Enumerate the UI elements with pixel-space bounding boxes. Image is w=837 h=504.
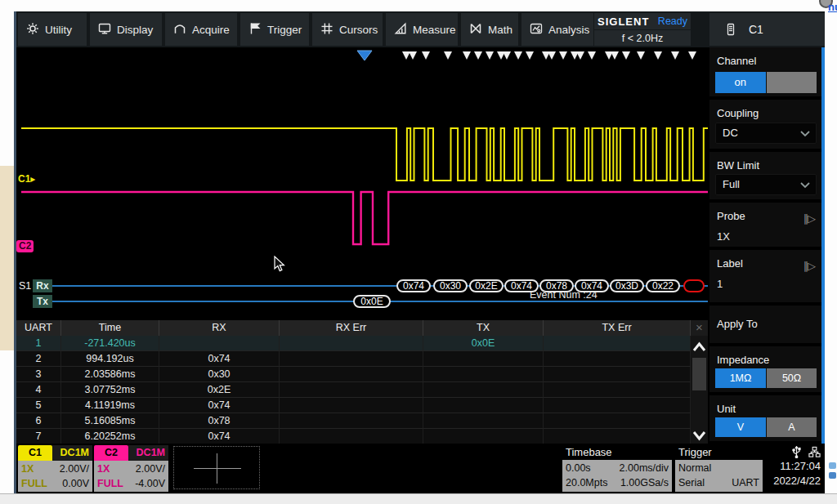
table-cell[interactable] [280, 367, 423, 382]
panel-scrollbar[interactable] [821, 47, 825, 444]
bw-setting: FULL [21, 476, 47, 491]
unit-a-button[interactable]: A [767, 417, 817, 437]
table-cell[interactable]: 3 [16, 367, 61, 382]
usb-icon [791, 446, 802, 458]
table-cell[interactable]: 3.07752ms [61, 382, 159, 398]
table-cell[interactable]: 2 [16, 351, 61, 367]
table-cell[interactable] [423, 351, 544, 367]
toggle-on-state[interactable]: on [715, 72, 766, 93]
event-marker-icon [409, 51, 417, 60]
channel-status-c1[interactable]: C1 DC1M 1X2.00V/ FULL0.00V [18, 445, 92, 492]
table-cell[interactable]: 6 [16, 413, 61, 429]
bw-limit-section: BW Limit Full [709, 152, 821, 201]
table-cell[interactable]: 0x0E [423, 336, 544, 351]
waveform-plot [16, 47, 708, 319]
table-cell[interactable] [544, 351, 691, 367]
unit-v-button[interactable]: V [715, 417, 766, 437]
table-cell[interactable]: 4.11919ms [61, 398, 159, 413]
event-marker-icon [422, 51, 430, 60]
menu-item-cursors[interactable]: Cursors [312, 13, 383, 46]
menu-item-analysis[interactable]: Analysis [521, 13, 593, 46]
apply-to-section[interactable]: Apply To [709, 306, 821, 345]
page-decoration [0, 166, 14, 350]
table-cell[interactable] [280, 336, 423, 351]
table-cell[interactable]: -271.420us [61, 336, 159, 351]
timebase-box[interactable]: Timebase 0.00s2.00ms/div 20.0Mpts1.00GSa… [562, 445, 672, 492]
table-cell[interactable]: 0x74 [159, 429, 280, 444]
table-cell[interactable]: 0x30 [159, 367, 280, 382]
table-cell[interactable]: 6.20252ms [61, 429, 159, 444]
panel-header[interactable]: C1 [709, 13, 825, 46]
table-cell[interactable] [544, 398, 691, 413]
impedance-1m-button[interactable]: 1MΩ [715, 368, 766, 388]
waveform-area[interactable]: C1▸ C2 S1 Rx Tx 0x740x300x2E0x740x780x74… [16, 47, 708, 319]
table-cell[interactable] [423, 413, 544, 429]
table-cell[interactable]: 994.192us [61, 351, 159, 367]
impedance-50-button[interactable]: 50Ω [767, 368, 817, 388]
channel-tab[interactable]: C1 [18, 445, 52, 461]
menu-item-trigger[interactable]: Trigger [240, 13, 309, 46]
page-link[interactable]: nu [828, 1, 837, 13]
event-marker-icon [486, 51, 494, 60]
table-cell[interactable]: 7 [16, 429, 61, 444]
table-cell[interactable] [423, 382, 544, 398]
menu-item-math[interactable]: Math [461, 13, 518, 46]
table-cell[interactable]: 1 [16, 336, 61, 351]
table-cell[interactable]: 0x74 [159, 398, 280, 413]
scroll-down-button[interactable] [691, 426, 708, 445]
menu-item-display[interactable]: Display [90, 13, 162, 46]
channel-status-c2[interactable]: C2 DC1M 1X2.00V/ FULL-4.00V [94, 445, 168, 492]
event-marker-icon [514, 51, 522, 60]
coupling-dropdown[interactable]: DC [715, 123, 817, 144]
probe-section[interactable]: Probe ∥▷ 1X [709, 203, 821, 248]
scroll-up-button[interactable] [691, 337, 708, 356]
table-cell[interactable] [159, 336, 280, 351]
table-cell[interactable]: 4 [16, 382, 61, 398]
table-cell[interactable] [544, 413, 691, 429]
unit-section: Unit V A [709, 395, 821, 443]
column-header: TX Err [544, 320, 691, 336]
c2-channel-marker[interactable]: C2 [16, 240, 34, 252]
table-cell[interactable] [280, 413, 423, 429]
coupling-section: Coupling DC [709, 100, 821, 150]
label-section[interactable]: Label ∥▷ 1 [709, 250, 821, 304]
table-cell[interactable] [544, 336, 691, 351]
trigger-box[interactable]: Trigger Normal SerialUART [675, 445, 763, 492]
menu-item-acquire[interactable]: Acquire [165, 13, 237, 46]
table-cell[interactable] [544, 367, 691, 382]
toggle-off-state[interactable] [767, 72, 817, 93]
channel-tab[interactable]: C2 [94, 445, 128, 461]
table-cell[interactable] [280, 351, 423, 367]
acquisition-status: Ready [658, 16, 687, 27]
trigger-mode: Normal [678, 461, 711, 475]
table-cell[interactable]: 0x74 [159, 351, 280, 367]
table-cell[interactable] [544, 382, 691, 398]
scrollbar-thumb[interactable] [692, 358, 706, 390]
table-cell[interactable] [280, 429, 423, 444]
table-cell[interactable]: 5.16085ms [61, 413, 159, 429]
menu-item-measure[interactable]: Measure [386, 13, 458, 46]
table-cell[interactable]: 5 [16, 398, 61, 413]
probe-ratio: 1X [21, 462, 34, 476]
table-cell[interactable] [280, 382, 423, 398]
menu-item-utility[interactable]: Utility [18, 13, 87, 46]
table-cell[interactable] [423, 429, 544, 444]
c1-channel-marker[interactable]: C1▸ [18, 173, 35, 185]
table-cell[interactable]: 0x2E [159, 382, 280, 398]
column-header: Time [61, 320, 159, 336]
table-cell[interactable]: 0x78 [159, 413, 280, 429]
panel-title: C1 [749, 23, 763, 36]
table-cell[interactable] [423, 398, 544, 413]
add-channel-button[interactable] [173, 446, 260, 489]
timebase-title: Timebase [562, 445, 672, 460]
channel-on-toggle[interactable]: on [715, 72, 817, 93]
table-close-button[interactable]: × [691, 320, 708, 336]
table-cell[interactable]: 2.03586ms [61, 367, 159, 382]
table-cell[interactable] [423, 367, 544, 382]
table-cell[interactable] [544, 429, 691, 444]
bw-limit-dropdown[interactable]: Full [715, 174, 817, 195]
table-scrollbar[interactable]: × [691, 320, 708, 445]
event-marker-icon [444, 51, 452, 60]
table-cell[interactable] [280, 398, 423, 413]
event-marker-icon [611, 51, 619, 60]
